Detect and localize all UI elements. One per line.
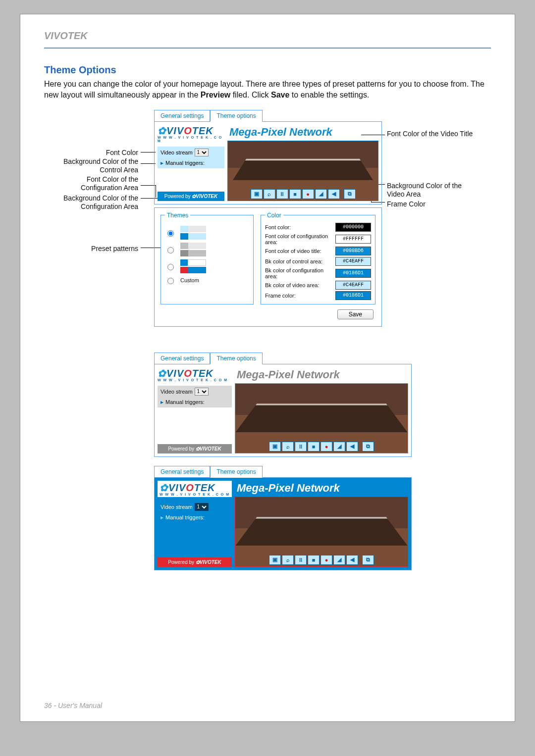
- section-description: Here you can change the color of your ho…: [44, 79, 491, 101]
- logo-subtext: W W W . V I V O T E K . C O M: [158, 378, 232, 382]
- theme-editor: General settings Theme options ✿VIVOTEK …: [154, 110, 382, 327]
- chip-bk-control[interactable]: #C4EAFF: [335, 257, 371, 266]
- fullscreen-icon[interactable]: ⧉: [362, 555, 374, 565]
- zoom-icon[interactable]: ⌕: [282, 442, 294, 452]
- desc-post: to enable the settings.: [289, 91, 369, 99]
- video-stream-label: Video stream: [160, 504, 193, 510]
- theme-option-2[interactable]: [165, 243, 249, 256]
- zoom-icon[interactable]: ⌕: [282, 555, 294, 565]
- video-title: Mega-Pixel Network: [235, 367, 408, 383]
- camera-icon[interactable]: ▣: [269, 555, 281, 565]
- lbl-font-color: Font color:: [265, 224, 332, 230]
- video-area: ▣ ⌕ II ■ ● ◢ ◀ ⧉: [227, 141, 378, 201]
- save-button[interactable]: Save: [337, 309, 374, 319]
- theme-radio-1[interactable]: [167, 230, 174, 237]
- logo-subtext: W W W . V I V O T E K . C O M: [160, 493, 230, 496]
- lbl-font-config: Font color of configuration area:: [265, 233, 332, 245]
- video-toolbar: ▣ ⌕ II ■ ● ◢ ◀ ⧉: [235, 554, 408, 566]
- pause-icon[interactable]: II: [295, 555, 307, 565]
- desc-mid: filed. Click: [230, 91, 271, 99]
- logo: ✿VIVOTEK W W W . V I V O T E K . C O M: [158, 125, 224, 143]
- video-stream-label: Video stream: [160, 150, 193, 155]
- theme-option-custom[interactable]: Custom: [165, 276, 249, 284]
- record-icon[interactable]: ●: [302, 189, 314, 199]
- lbl-bk-config: Bk color of configuration area:: [265, 267, 332, 279]
- pause-icon[interactable]: II: [295, 442, 307, 452]
- fullscreen-icon[interactable]: ⧉: [344, 189, 356, 199]
- record-icon[interactable]: ●: [321, 442, 332, 452]
- lbl-font-title: Font color of video title:: [265, 248, 332, 254]
- video-title: Mega-Pixel Network: [235, 481, 408, 497]
- tab-general-settings[interactable]: General settings: [154, 466, 210, 478]
- lbl-bk-control: Bk color of control area:: [265, 258, 332, 264]
- manual-triggers-label: Manual triggers:: [165, 399, 205, 405]
- layout-preview: ✿VIVOTEK W W W . V I V O T E K . C O M V…: [154, 121, 382, 204]
- preset-preview-dark: General settings Theme options ✿VIVOTEK …: [154, 466, 491, 570]
- chip-font-config[interactable]: #FFFFFF: [335, 235, 371, 244]
- chip-bk-video[interactable]: #C4EAFF: [335, 281, 371, 290]
- manual-triggers-row[interactable]: ▸ Manual triggers:: [160, 159, 221, 166]
- volume-icon[interactable]: ◢: [333, 555, 345, 565]
- record-icon[interactable]: ●: [321, 555, 332, 565]
- fullscreen-icon[interactable]: ⧉: [362, 442, 374, 452]
- camera-icon[interactable]: ▣: [269, 442, 281, 452]
- video-stream-select[interactable]: 1: [195, 149, 209, 156]
- video-toolbar: ▣ ⌕ II ■ ● ◢ ◀ ⧉: [228, 188, 378, 201]
- pause-icon[interactable]: II: [276, 189, 288, 199]
- chip-font-color[interactable]: #000000: [335, 223, 371, 232]
- annotated-panel-wrap: Font Color Background Color of the Contr…: [44, 110, 491, 343]
- tab-theme-options[interactable]: Theme options: [210, 110, 262, 122]
- stop-icon[interactable]: ■: [308, 442, 320, 452]
- volume-icon[interactable]: ◢: [333, 442, 345, 452]
- control-area: Video stream 1 ▸ Manual triggers:: [158, 147, 224, 168]
- video-stream-select[interactable]: 1: [195, 388, 209, 396]
- chevron-right-icon: ▸: [160, 514, 163, 521]
- mute-icon[interactable]: ◀: [328, 189, 340, 199]
- control-area: Video stream 1 ▸ Manual triggers:: [158, 501, 232, 523]
- stop-icon[interactable]: ■: [308, 555, 320, 565]
- lbl-frame: Frame color:: [265, 293, 332, 299]
- chevron-right-icon: ▸: [160, 159, 163, 166]
- tab-theme-options[interactable]: Theme options: [210, 353, 262, 364]
- manual-triggers-row[interactable]: ▸ Manual triggers:: [160, 399, 229, 405]
- video-toolbar: ▣ ⌕ II ■ ● ◢ ◀ ⧉: [235, 440, 408, 453]
- tab-theme-options[interactable]: Theme options: [210, 466, 262, 478]
- callout-font-video-title: Font Color of the Video Title: [387, 130, 481, 139]
- camera-icon[interactable]: ▣: [251, 189, 263, 199]
- manual-triggers-row[interactable]: ▸ Manual triggers:: [160, 514, 229, 521]
- theme-config-panel: Themes: [154, 207, 382, 327]
- theme-option-3[interactable]: [165, 259, 249, 273]
- stop-icon[interactable]: ■: [289, 189, 301, 199]
- brand-header: VIVOTEK: [44, 30, 491, 42]
- chip-bk-config[interactable]: #0186D1: [335, 269, 371, 278]
- preview-sidebar: ✿VIVOTEK W W W . V I V O T E K . C O M V…: [158, 125, 224, 201]
- color-fieldset: Color Font color: #000000 Font color of …: [261, 212, 375, 304]
- configuration-area: Powered by ✿VIVOTEK: [158, 192, 224, 201]
- manual-triggers-label: Manual triggers:: [165, 514, 205, 520]
- zoom-icon[interactable]: ⌕: [264, 189, 275, 199]
- mute-icon[interactable]: ◀: [346, 442, 358, 452]
- tab-general-settings[interactable]: General settings: [154, 353, 210, 364]
- tab-general-settings[interactable]: General settings: [154, 110, 210, 122]
- theme-radio-3[interactable]: [167, 264, 174, 270]
- chevron-right-icon: ▸: [160, 399, 163, 405]
- control-area: Video stream 1 ▸ Manual triggers:: [158, 386, 232, 407]
- theme-radio-2[interactable]: [167, 247, 174, 253]
- callout-bg-video-area: Background Color of the Video Area: [387, 182, 481, 199]
- mute-icon[interactable]: ◀: [346, 555, 358, 565]
- logo: ✿VIVOTEK W W W . V I V O T E K . C O M: [158, 481, 232, 497]
- callout-font-config: Font Color of the Configuration Area: [44, 175, 138, 193]
- theme-option-1[interactable]: [165, 226, 249, 240]
- video-area: ▣ ⌕ II ■ ● ◢ ◀ ⧉: [235, 383, 408, 454]
- lbl-bk-video: Bk color of video area:: [265, 282, 332, 288]
- chip-frame[interactable]: #0186D1: [335, 291, 371, 300]
- desc-bold-save: Save: [271, 91, 289, 99]
- color-legend: Color: [265, 212, 283, 219]
- tab-row: General settings Theme options: [154, 110, 382, 122]
- video-stream-label: Video stream: [160, 389, 193, 395]
- configuration-area: Powered by ✿VIVOTEK: [158, 557, 232, 567]
- volume-icon[interactable]: ◢: [315, 189, 327, 199]
- chip-font-title[interactable]: #098BD6: [335, 247, 371, 255]
- video-stream-select[interactable]: 1: [195, 503, 209, 511]
- theme-radio-custom[interactable]: [167, 278, 174, 284]
